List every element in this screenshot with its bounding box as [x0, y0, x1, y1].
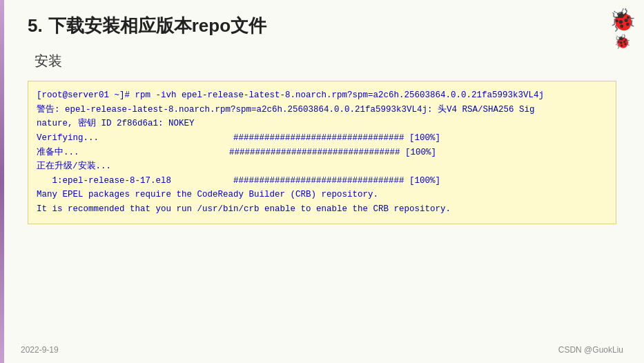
ladybug-small-icon: 🐞 — [614, 33, 629, 48]
terminal-line-5: 准备中... #################################… — [37, 146, 607, 160]
terminal-line-1: [root@server01 ~]# rpm -ivh epel-release… — [37, 88, 607, 103]
footer-brand: CSDN @GuokLiu — [558, 345, 623, 355]
ladybug-large-icon: 🐞 — [609, 7, 634, 32]
ladybug-decoration: 🐞 🐞 — [609, 7, 634, 48]
terminal-line-6: 正在升级/安装... — [37, 159, 607, 174]
terminal-line-8: Many EPEL packages require the CodeReady… — [37, 188, 607, 202]
title-number: 5. — [28, 15, 43, 37]
footer: 2022-9-19 CSDN @GuokLiu — [21, 345, 623, 355]
page-container: 🐞 🐞 5. 下载安装相应版本repo文件 安装 [root@server01 … — [0, 0, 644, 363]
footer-date: 2022-9-19 — [21, 345, 59, 355]
terminal-line-9: It is recommended that you run /usr/bin/… — [37, 202, 607, 217]
title-section: 5. 下载安装相应版本repo文件 — [28, 14, 623, 38]
subtitle: 安装 — [35, 52, 623, 70]
terminal-block: [root@server01 ~]# rpm -ivh epel-release… — [28, 81, 616, 224]
terminal-line-4: Verifying... ###########################… — [37, 131, 607, 146]
terminal-line-7: 1:epel-release-8-17.el8 ################… — [37, 174, 607, 188]
terminal-line-2: 警告: epel-release-latest-8.noarch.rpm?spm… — [37, 103, 607, 117]
left-decorative-strip — [0, 0, 4, 363]
title-text: 下载安装相应版本repo文件 — [48, 14, 266, 38]
terminal-line-3: nature, 密钥 ID 2f86d6a1: NOKEY — [37, 117, 607, 131]
